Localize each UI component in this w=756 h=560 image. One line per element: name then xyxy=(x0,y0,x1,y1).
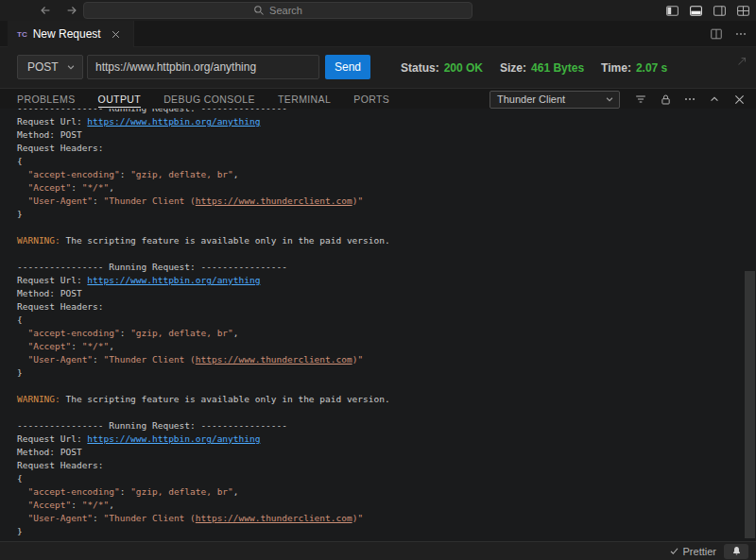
tab-new-request[interactable]: TC New Request xyxy=(8,21,134,47)
prettier-label: Prettier xyxy=(683,546,716,557)
output-text: : xyxy=(71,182,81,193)
output-text: "Accept" xyxy=(27,182,71,193)
output-line: { xyxy=(17,155,756,168)
nav-arrows xyxy=(38,0,79,21)
chevron-down-icon xyxy=(605,94,614,104)
output-text: "accept-encoding" xyxy=(27,328,119,338)
output-text: The scripting feature is available only … xyxy=(60,394,390,404)
layout-controls xyxy=(664,0,750,21)
method-dropdown[interactable]: POST xyxy=(17,55,83,79)
output-text: "gzip, deflate, br" xyxy=(130,328,233,338)
output-text xyxy=(17,169,27,179)
output-link[interactable]: https://www.thunderclient.com xyxy=(196,354,352,365)
output-link[interactable]: https://www.httpbin.org/anything xyxy=(87,275,260,285)
output-text: : xyxy=(93,195,103,206)
more-actions-icon[interactable] xyxy=(733,26,748,42)
output-text: WARNING: xyxy=(17,235,60,246)
output-line: "Accept": "*/*", xyxy=(17,181,756,195)
output-line: Method: POST xyxy=(17,287,756,300)
toggle-primary-sidebar-icon[interactable] xyxy=(664,3,679,18)
expand-response-icon[interactable] xyxy=(735,55,748,68)
panel-tab-output[interactable]: OUTPUT xyxy=(98,89,142,110)
notifications-chip[interactable] xyxy=(724,544,748,559)
panel-tab-terminal[interactable]: TERMINAL xyxy=(278,89,331,110)
output-text: : xyxy=(93,354,103,365)
output-line xyxy=(17,247,756,261)
command-center-search[interactable]: Search xyxy=(83,2,472,19)
search-label: Search xyxy=(269,5,302,16)
panel-tab-debug-console[interactable]: DEBUG CONSOLE xyxy=(163,89,255,110)
panel-tabs: PROBLEMSOUTPUTDEBUG CONSOLETERMINALPORTS xyxy=(17,89,389,110)
output-log[interactable]: ---------------- Running Request: ------… xyxy=(0,109,756,541)
output-text: "accept-encoding" xyxy=(27,169,119,179)
output-link[interactable]: https://www.thunderclient.com xyxy=(196,195,352,206)
panel-header: PROBLEMSOUTPUTDEBUG CONSOLETERMINALPORTS… xyxy=(0,88,756,109)
output-line: Request Headers: xyxy=(17,300,756,314)
output-line xyxy=(17,380,756,393)
output-text: "gzip, deflate, br" xyxy=(130,169,233,179)
close-panel-icon[interactable] xyxy=(731,92,747,107)
output-text: , xyxy=(109,182,114,193)
output-content: ---------------- Running Request: ------… xyxy=(0,109,756,538)
panel-tab-ports[interactable]: PORTS xyxy=(353,89,389,110)
bell-icon xyxy=(731,546,742,556)
output-link[interactable]: https://www.thunderclient.com xyxy=(196,513,352,523)
output-text: { xyxy=(17,156,23,166)
output-text: ---------------- Running Request: ------… xyxy=(17,109,287,113)
title-bar: Search xyxy=(0,0,756,21)
output-text: Request Headers: xyxy=(17,460,104,470)
output-channel-dropdown[interactable]: Thunder Client xyxy=(490,91,620,109)
output-link[interactable]: https://www.httpbin.org/anything xyxy=(87,116,260,127)
output-line: "User-Agent": "Thunder Client (https://w… xyxy=(17,512,756,525)
output-text: : xyxy=(71,341,81,351)
panel-tab-problems[interactable]: PROBLEMS xyxy=(17,89,76,110)
output-line: { xyxy=(17,472,756,485)
lock-auto-scroll-icon[interactable] xyxy=(658,92,673,107)
output-line: "accept-encoding": "gzip, deflate, br", xyxy=(17,485,756,499)
output-text xyxy=(17,195,27,206)
output-text: : xyxy=(71,500,81,510)
output-text: : xyxy=(120,328,130,338)
output-link[interactable]: https://www.httpbin.org/anything xyxy=(87,433,260,444)
output-text: } xyxy=(17,526,23,536)
output-text: "User-Agent" xyxy=(27,195,93,206)
output-text: "Thunder Client ( xyxy=(104,513,196,523)
output-text: Request Headers: xyxy=(17,143,104,153)
customize-layout-icon[interactable] xyxy=(735,3,750,18)
output-text: Method: POST xyxy=(17,447,82,457)
output-text: : xyxy=(120,486,130,497)
output-text: ---------------- Running Request: ------… xyxy=(17,420,287,431)
output-line: } xyxy=(17,525,756,538)
chevron-down-icon xyxy=(66,62,76,72)
thunder-client-icon: TC xyxy=(17,30,27,39)
output-line: ---------------- Running Request: ------… xyxy=(17,419,756,433)
size-badge: Size: 461 Bytes xyxy=(500,61,584,75)
maximize-panel-icon[interactable] xyxy=(707,92,722,107)
close-tab-icon[interactable] xyxy=(109,26,124,42)
toggle-secondary-sidebar-icon[interactable] xyxy=(712,3,727,18)
scrollbar-thumb[interactable] xyxy=(745,271,755,538)
output-text: , xyxy=(233,169,239,179)
output-text: } xyxy=(17,209,23,219)
forward-icon[interactable] xyxy=(64,3,79,18)
url-input[interactable] xyxy=(87,55,319,79)
output-text: "User-Agent" xyxy=(27,513,93,523)
filter-output-icon[interactable] xyxy=(633,92,648,107)
more-actions-icon[interactable] xyxy=(682,92,697,107)
output-line: { xyxy=(17,314,756,327)
send-button[interactable]: Send xyxy=(325,55,370,79)
output-line: Request Headers: xyxy=(17,459,756,472)
panel-actions: Thunder Client xyxy=(490,89,747,110)
toggle-panel-icon[interactable] xyxy=(688,3,703,18)
status-badge: Status: 200 OK xyxy=(401,61,483,75)
output-text xyxy=(17,486,27,497)
output-line: "User-Agent": "Thunder Client (https://w… xyxy=(17,195,756,208)
split-editor-icon[interactable] xyxy=(709,26,724,42)
output-line: ---------------- Running Request: ------… xyxy=(17,261,756,274)
output-text: , xyxy=(109,500,114,510)
back-icon[interactable] xyxy=(38,3,53,18)
output-text: Request Url: xyxy=(17,275,87,285)
output-text: Request Url: xyxy=(17,433,87,444)
output-text: , xyxy=(233,328,239,338)
prettier-status[interactable]: Prettier xyxy=(669,542,716,560)
